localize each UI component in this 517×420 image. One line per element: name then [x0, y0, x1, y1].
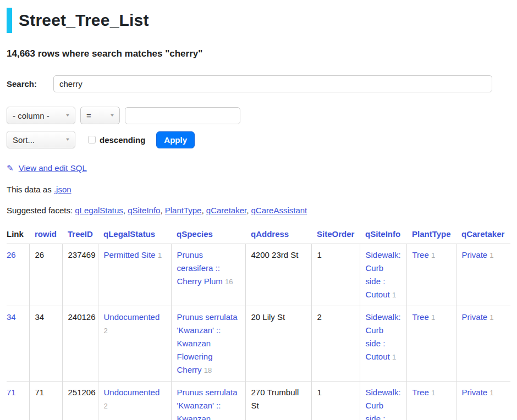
page-title: Street_Tree_List — [7, 8, 510, 33]
facet-count: 1 — [431, 251, 435, 259]
cell-siteorder: 1 — [311, 382, 360, 420]
data-export-line: This data as .json — [7, 185, 510, 194]
cell-rowid: 26 — [29, 244, 62, 306]
cell-qaddress: 4200 23rd St — [245, 244, 311, 306]
cell-qsiteinfo: Sidewalk: Curb side : Cutout 1 — [360, 382, 406, 420]
header-qlegalstatus: qLegalStatus — [98, 227, 171, 244]
cell-rowid: 34 — [29, 306, 62, 382]
cell-qcaretaker: Private 1 — [456, 306, 510, 382]
header-qspecies-link[interactable]: qSpecies — [177, 229, 213, 239]
facet-separator: , — [160, 206, 162, 215]
descending-checkbox[interactable] — [88, 136, 96, 143]
plant-type-link[interactable]: Tree — [413, 312, 429, 322]
header-siteorder: SiteOrder — [311, 227, 360, 244]
caretaker-link[interactable]: Private — [462, 312, 488, 322]
facet-link-qsiteinfo[interactable]: qSiteInfo — [128, 206, 160, 215]
results-table: Link rowid TreeID qLegalStatus qSpecies … — [7, 227, 510, 420]
facet-link-qcaretaker[interactable]: qCaretaker — [206, 206, 246, 215]
header-qspecies: qSpecies — [171, 227, 245, 244]
table-row: 71 71 251206 Undocumented 2 Prunus serru… — [7, 382, 510, 420]
row-link[interactable]: 26 — [7, 250, 16, 259]
species-link[interactable]: Prunus serrulata 'Kwanzan' :: Kwanzan Fl… — [177, 312, 238, 374]
cell-qlegalstatus: Undocumented 2 — [98, 382, 171, 420]
facet-separator: , — [246, 206, 249, 215]
filter-operator-select[interactable]: = — [80, 107, 120, 124]
json-export-link[interactable]: .json — [54, 185, 72, 194]
cell-qcaretaker: Private 1 — [456, 244, 510, 306]
header-qcaretaker: qCaretaker — [456, 227, 510, 244]
sort-select[interactable]: Sort... — [7, 131, 75, 148]
cell-treeid: 237469 — [62, 244, 98, 306]
pencil-icon: ✎ — [7, 163, 14, 173]
facet-link-qlegalstatus[interactable]: qLegalStatus — [75, 206, 123, 215]
facet-link-planttype[interactable]: PlantType — [165, 206, 202, 215]
row-link[interactable]: 71 — [7, 388, 16, 397]
table-row: 34 34 240126 Undocumented 2 Prunus serru… — [7, 306, 510, 382]
filter-value-input[interactable] — [125, 107, 240, 124]
header-treeid-link[interactable]: TreeID — [68, 229, 93, 239]
search-label: Search: — [7, 79, 53, 89]
plant-type-link[interactable]: Tree — [413, 250, 429, 259]
cell-siteorder: 2 — [311, 306, 360, 382]
header-qsiteinfo: qSiteInfo — [360, 227, 406, 244]
apply-button[interactable]: Apply — [156, 131, 195, 148]
cell-siteorder: 1 — [311, 244, 360, 306]
header-qaddress-link[interactable]: qAddress — [251, 229, 289, 239]
cell-rowid: 71 — [29, 382, 62, 420]
header-qlegalstatus-link[interactable]: qLegalStatus — [103, 229, 155, 239]
facet-count: 18 — [204, 366, 212, 374]
caretaker-link[interactable]: Private — [462, 388, 488, 397]
sql-edit-line: ✎ View and edit SQL — [7, 163, 510, 173]
header-rowid-link[interactable]: rowid — [35, 229, 57, 239]
facet-separator: , — [201, 206, 204, 215]
header-qsiteinfo-link[interactable]: qSiteInfo — [365, 229, 400, 239]
cell-link: 26 — [7, 244, 29, 306]
search-input[interactable] — [53, 75, 492, 92]
cell-link: 34 — [7, 306, 29, 382]
facet-count: 1 — [490, 313, 493, 322]
legal-status-link[interactable]: Permitted Site — [104, 250, 156, 259]
legal-status-link[interactable]: Undocumented — [104, 312, 160, 322]
caretaker-link[interactable]: Private — [462, 250, 488, 259]
cell-treeid: 240126 — [62, 306, 98, 382]
filter-row: - column - ▼ = ▼ — [7, 107, 510, 124]
header-siteorder-link[interactable]: SiteOrder — [317, 229, 354, 239]
header-qcaretaker-link[interactable]: qCaretaker — [461, 229, 504, 239]
facet-count: 1 — [431, 389, 435, 397]
cell-qaddress: 20 Lily St — [245, 306, 311, 382]
table-header-row: Link rowid TreeID qLegalStatus qSpecies … — [7, 227, 510, 244]
cell-qsiteinfo: Sidewalk: Curb side : Cutout 1 — [360, 244, 406, 306]
facet-count: 16 — [225, 278, 233, 286]
descending-label[interactable]: descending — [100, 135, 145, 145]
suggested-facets: Suggested facets: qLegalStatus, qSiteInf… — [7, 206, 510, 215]
cell-qcaretaker: Private 1 — [456, 382, 510, 420]
facet-count: 1 — [392, 291, 396, 299]
cell-planttype: Tree 1 — [406, 382, 456, 420]
operator-select-wrap: = ▼ — [80, 107, 120, 124]
species-link[interactable]: Prunus serrulata 'Kwanzan' :: Kwanzan Fl… — [177, 388, 238, 420]
row-count-summary: 14,663 rows where search matches "cherry… — [7, 48, 510, 59]
facet-separator: , — [123, 206, 125, 215]
search-form: Search: — [7, 75, 510, 92]
cell-planttype: Tree 1 — [406, 244, 456, 306]
facet-count: 1 — [158, 251, 162, 259]
header-planttype-link[interactable]: PlantType — [412, 229, 451, 239]
column-select-wrap: - column - ▼ — [7, 107, 75, 124]
filter-column-select[interactable]: - column - — [7, 107, 75, 124]
view-edit-sql-link[interactable]: View and edit SQL — [19, 163, 87, 173]
sort-select-wrap: Sort... ▼ — [7, 131, 75, 148]
cell-qspecies: Prunus serrulata 'Kwanzan' :: Kwanzan Fl… — [171, 306, 245, 382]
species-link[interactable]: Prunus cerasifera :: Cherry Plum — [177, 250, 223, 286]
cell-qsiteinfo: Sidewalk: Curb side : Cutout 1 — [360, 306, 406, 382]
sort-row: Sort... ▼ descending Apply — [7, 131, 510, 148]
row-link[interactable]: 34 — [7, 312, 16, 322]
facet-link-qcareassistant[interactable]: qCareAssistant — [251, 206, 307, 215]
site-info-link[interactable]: Sidewalk: Curb side : Cutout — [366, 388, 401, 420]
facets-prefix: Suggested facets: — [7, 206, 73, 215]
plant-type-link[interactable]: Tree — [413, 388, 429, 397]
facet-count: 2 — [104, 402, 108, 410]
legal-status-link[interactable]: Undocumented — [104, 388, 160, 397]
cell-link: 71 — [7, 382, 29, 420]
cell-qspecies: Prunus serrulata 'Kwanzan' :: Kwanzan Fl… — [171, 382, 245, 420]
table-row: 26 26 237469 Permitted Site 1 Prunus cer… — [7, 244, 510, 306]
